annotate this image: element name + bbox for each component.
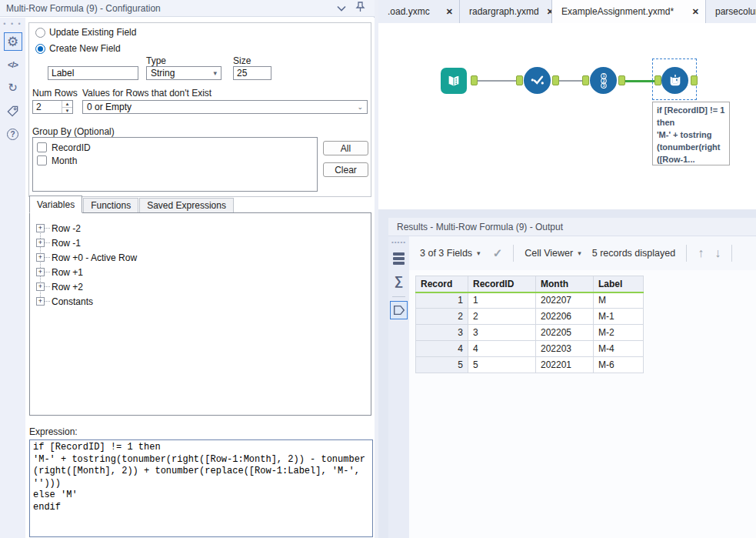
strip-drag-handle-icon[interactable]: ••••• <box>388 239 409 246</box>
group-by-item[interactable]: RecordID <box>37 141 317 154</box>
horizontal-splitter[interactable] <box>378 209 756 218</box>
stepper-down-icon[interactable]: ▼ <box>62 108 72 114</box>
workflow-tab[interactable]: parsecolumn <box>706 0 756 23</box>
tool-annotation[interactable]: if [RecordID] != 1 then 'M-' + tostring … <box>652 102 730 165</box>
expand-plus-icon[interactable]: + <box>36 268 45 276</box>
pin-icon[interactable] <box>355 2 365 15</box>
output-anchor[interactable] <box>691 75 698 85</box>
results-table[interactable]: RecordRecordIDMonthLabel11202207M2220220… <box>415 276 644 373</box>
checkbox-icon[interactable] <box>37 142 47 152</box>
results-layout-icon[interactable] <box>390 249 408 268</box>
tool-record-id[interactable]: 1 2 3 <box>590 67 617 94</box>
connection-line[interactable] <box>559 80 582 82</box>
data-view-icon[interactable] <box>390 301 408 319</box>
scroll-up-icon[interactable]: ↑ <box>698 246 704 260</box>
output-anchor[interactable] <box>618 75 625 85</box>
workflow-tab[interactable]: .oad.yxmc✕ <box>378 0 460 23</box>
close-icon[interactable]: ✕ <box>438 7 453 17</box>
data-cell[interactable]: 2 <box>468 309 536 325</box>
input-anchor[interactable] <box>654 75 661 85</box>
cell-viewer-dropdown[interactable]: Cell Viewer <box>525 248 573 259</box>
data-cell[interactable]: 202206 <box>536 309 594 325</box>
data-cell[interactable]: 5 <box>468 357 536 373</box>
data-cell[interactable]: 1 <box>468 292 536 309</box>
radio-update-existing-field[interactable]: Update Existing Field <box>35 27 136 38</box>
workflow-canvas[interactable]: 1 2 3 if [RecordID] != 1 then 'M-' + tos… <box>378 23 756 209</box>
expression-text[interactable]: if [RecordID] != 1 then 'M-' + tostring(… <box>30 440 372 515</box>
data-cell[interactable]: 202203 <box>536 341 594 357</box>
column-header[interactable]: Month <box>536 276 594 292</box>
tab-saved-expressions[interactable]: Saved Expressions <box>139 198 234 213</box>
num-rows-stepper[interactable]: 2 ▲▼ <box>32 100 73 114</box>
data-cell[interactable]: M-4 <box>594 341 644 357</box>
tree-item[interactable]: +Row +2 <box>36 281 83 292</box>
data-cell[interactable]: 202201 <box>536 357 594 373</box>
all-button[interactable]: All <box>323 141 368 155</box>
workflow-tab[interactable]: radargraph.yxmd✕ <box>460 0 552 23</box>
expand-plus-icon[interactable]: + <box>36 282 45 291</box>
apply-check-icon[interactable]: ✓ <box>493 246 503 260</box>
input-anchor[interactable] <box>582 75 589 85</box>
column-header[interactable]: RecordID <box>468 276 536 292</box>
data-cell[interactable]: M-1 <box>594 309 644 325</box>
chevron-down-icon[interactable]: ▾ <box>477 249 481 257</box>
type-select[interactable]: String ▾ <box>146 66 221 80</box>
tool-multi-row-formula[interactable] <box>661 67 688 94</box>
expand-plus-icon[interactable]: + <box>36 297 45 306</box>
output-anchor[interactable] <box>471 75 478 85</box>
configuration-tab-icon[interactable]: ⚙ <box>4 32 22 51</box>
column-header[interactable]: Label <box>594 276 644 292</box>
table-row[interactable]: 55202201M-6 <box>416 357 644 373</box>
help-tab-icon[interactable]: ? <box>4 125 22 143</box>
stepper-buttons[interactable]: ▲▼ <box>62 101 72 113</box>
performance-tab-icon[interactable]: ↻ <box>4 79 22 97</box>
row-number-cell[interactable]: 4 <box>416 341 468 357</box>
data-cell[interactable]: 3 <box>468 325 536 341</box>
row-number-cell[interactable]: 1 <box>416 292 468 309</box>
tree-item[interactable]: +Row +0 - Active Row <box>36 252 137 263</box>
fields-dropdown[interactable]: 3 of 3 Fields <box>420 248 472 259</box>
group-by-item[interactable]: Month <box>37 154 317 167</box>
collapse-chevron-icon[interactable] <box>337 3 346 14</box>
table-row[interactable]: 44202203M-4 <box>416 341 644 357</box>
data-cell[interactable]: 4 <box>468 341 536 357</box>
expand-plus-icon[interactable]: + <box>36 253 45 262</box>
data-cell[interactable]: M <box>594 292 644 309</box>
sidebar-drag-handle-icon[interactable]: • • • <box>0 20 25 28</box>
metadata-view-icon[interactable]: ∑ <box>390 272 408 290</box>
expand-plus-icon[interactable]: + <box>36 239 45 247</box>
scroll-down-icon[interactable]: ↓ <box>714 246 721 260</box>
workflow-tab[interactable]: ExampleAssignment.yxmd*✕ <box>552 0 706 23</box>
selected-connection-line[interactable] <box>625 80 654 82</box>
values-rows-select[interactable]: 0 or Empty ⌄ <box>82 100 368 114</box>
expand-plus-icon[interactable]: + <box>36 224 45 232</box>
tool-select[interactable] <box>524 67 551 94</box>
data-cell[interactable]: M-2 <box>594 325 644 341</box>
close-icon[interactable]: ✕ <box>539 7 552 17</box>
input-anchor[interactable] <box>516 75 523 85</box>
tag-tab-icon[interactable] <box>4 102 22 120</box>
radio-create-new-field[interactable]: Create New Field <box>35 43 121 54</box>
tab-functions[interactable]: Functions <box>83 198 138 213</box>
data-cell[interactable]: 202205 <box>536 325 594 341</box>
data-cell[interactable]: M-6 <box>594 357 644 373</box>
expression-editor[interactable]: if [RecordID] != 1 then 'M-' + tostring(… <box>29 439 373 537</box>
output-anchor[interactable] <box>552 75 559 85</box>
table-row[interactable]: 22202206M-1 <box>416 309 644 325</box>
chevron-down-icon[interactable]: ▾ <box>578 249 581 257</box>
row-number-cell[interactable]: 5 <box>416 357 468 373</box>
data-cell[interactable]: 202207 <box>536 292 594 309</box>
close-icon[interactable]: ✕ <box>684 7 699 17</box>
checkbox-icon[interactable] <box>37 155 47 165</box>
table-row[interactable]: 33202205M-2 <box>416 325 644 341</box>
stepper-up-icon[interactable]: ▲ <box>62 101 72 108</box>
connection-line[interactable] <box>478 80 516 82</box>
tab-variables[interactable]: Variables <box>29 195 82 213</box>
size-input[interactable] <box>233 66 271 80</box>
row-number-cell[interactable]: 2 <box>416 309 468 325</box>
tree-item[interactable]: +Row +1 <box>36 266 83 278</box>
annotation-tab-icon[interactable]: </> <box>4 55 22 74</box>
clear-button[interactable]: Clear <box>323 162 368 177</box>
tool-input-data[interactable] <box>441 68 467 94</box>
row-number-cell[interactable]: 3 <box>416 325 468 341</box>
